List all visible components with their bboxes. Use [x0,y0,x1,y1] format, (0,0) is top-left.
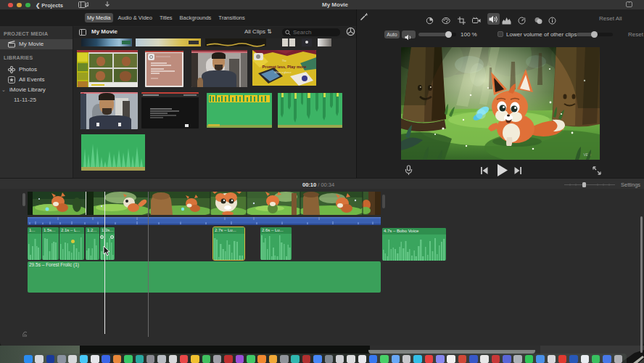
svg-text:Prompt less, Play more: Prompt less, Play more [263,65,307,69]
svg-text:The: The [282,60,286,62]
svg-text:When a glance: When a glance [274,71,291,74]
